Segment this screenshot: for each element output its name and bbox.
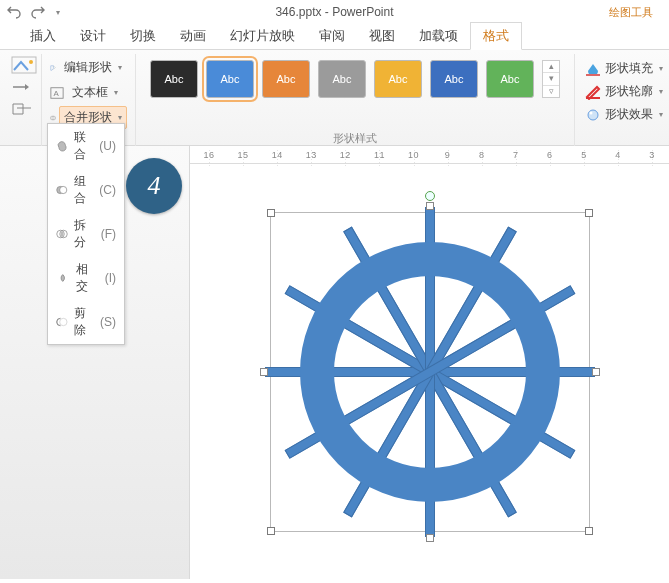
svg-point-14 <box>60 318 67 325</box>
window-title: 346.pptx - PowerPoint <box>60 5 609 19</box>
tab-insert[interactable]: 插入 <box>18 23 68 49</box>
style-gallery-scroll: ▴ ▾ ▿ <box>542 60 560 98</box>
fragment-icon <box>56 227 68 241</box>
rotation-handle[interactable] <box>425 191 435 201</box>
outline-icon <box>585 84 601 100</box>
title-app: PowerPoint <box>332 5 393 19</box>
merge-fragment-item[interactable]: 拆分(F) <box>48 212 124 256</box>
gallery-up-icon[interactable]: ▴ <box>543 61 559 73</box>
tab-addins[interactable]: 加载项 <box>407 23 470 49</box>
merge-union-item[interactable]: 联合(U) <box>48 124 124 168</box>
style-swatch-6[interactable]: Abc <box>430 60 478 98</box>
tab-format[interactable]: 格式 <box>470 22 522 50</box>
tab-animation[interactable]: 动画 <box>168 23 218 49</box>
horizontal-ruler: 161514131211109876543 <box>190 146 669 164</box>
redo-icon[interactable] <box>30 4 46 20</box>
spoke-handle[interactable] <box>592 368 600 376</box>
union-icon <box>56 139 68 153</box>
resize-handle[interactable] <box>267 527 275 535</box>
resize-handle[interactable] <box>585 527 593 535</box>
tab-slideshow[interactable]: 幻灯片放映 <box>218 23 307 49</box>
tab-design[interactable]: 设计 <box>68 23 118 49</box>
svg-rect-6 <box>586 74 600 76</box>
style-swatch-3[interactable]: Abc <box>262 60 310 98</box>
merge-intersect-item[interactable]: 相交(I) <box>48 256 124 300</box>
combine-icon <box>56 183 68 197</box>
style-swatch-5[interactable]: Abc <box>374 60 422 98</box>
svg-point-9 <box>590 111 593 114</box>
shape-thumb-icon[interactable] <box>11 100 37 118</box>
shape-outline-button[interactable]: 形状轮廓▾ <box>581 81 667 102</box>
merge-subtract-item[interactable]: 剪除(S) <box>48 300 124 344</box>
shape-effects-button[interactable]: 形状效果▾ <box>581 104 667 125</box>
svg-point-1 <box>29 60 33 64</box>
quick-access-toolbar: ▾ <box>6 4 60 20</box>
edit-shape-button[interactable]: 编辑形状▾ <box>59 56 127 79</box>
spoke-handle[interactable] <box>426 534 434 542</box>
svg-rect-7 <box>586 97 600 99</box>
chevron-down-icon: ▾ <box>659 64 663 73</box>
svg-point-11 <box>60 186 67 193</box>
title-bar: ▾ 346.pptx - PowerPoint 绘图工具 <box>0 0 669 24</box>
resize-handle[interactable] <box>585 209 593 217</box>
tab-view[interactable]: 视图 <box>357 23 407 49</box>
shape-thumb-icon[interactable] <box>11 56 37 74</box>
chevron-down-icon: ▾ <box>118 113 122 122</box>
gallery-down-icon[interactable]: ▾ <box>543 73 559 85</box>
wheel-shape[interactable] <box>300 242 560 502</box>
annotation-badge: 4 <box>126 158 182 214</box>
shapes-gallery-group <box>6 54 42 146</box>
tab-review[interactable]: 审阅 <box>307 23 357 49</box>
title-filename: 346.pptx <box>275 5 321 19</box>
style-swatch-4[interactable]: Abc <box>318 60 366 98</box>
merge-combine-item[interactable]: 组合(C) <box>48 168 124 212</box>
gallery-more-icon[interactable]: ▿ <box>543 86 559 97</box>
svg-point-8 <box>588 110 598 120</box>
chevron-down-icon: ▾ <box>659 87 663 96</box>
intersect-icon <box>56 271 70 285</box>
chevron-down-icon: ▾ <box>659 110 663 119</box>
shape-format-group: 形状填充▾ 形状轮廓▾ 形状效果▾ <box>575 54 669 146</box>
merge-shapes-menu: 联合(U) 组合(C) 拆分(F) 相交(I) 剪除(S) <box>47 123 125 345</box>
tab-transition[interactable]: 切换 <box>118 23 168 49</box>
style-swatch-2[interactable]: Abc <box>206 60 254 98</box>
ribbon-tabs: 插入 设计 切换 动画 幻灯片放映 审阅 视图 加载项 格式 <box>0 24 669 50</box>
shape-thumb-icon[interactable] <box>11 78 37 96</box>
canvas-area: 161514131211109876543 <box>190 146 669 579</box>
chevron-down-icon: ▾ <box>118 63 122 72</box>
spoke-handle[interactable] <box>426 202 434 210</box>
undo-icon[interactable] <box>6 4 22 20</box>
fill-icon <box>585 61 601 77</box>
shape-styles-label: 形状样式 <box>144 131 566 146</box>
resize-handle[interactable] <box>267 209 275 217</box>
shape-fill-button[interactable]: 形状填充▾ <box>581 58 667 79</box>
effects-icon <box>585 107 601 123</box>
style-swatch-7[interactable]: Abc <box>486 60 534 98</box>
chevron-down-icon: ▾ <box>114 88 118 97</box>
spoke-handle[interactable] <box>260 368 268 376</box>
text-box-button[interactable]: 文本框▾ <box>67 81 123 104</box>
context-tab-label: 绘图工具 <box>609 5 653 20</box>
style-swatch-1[interactable]: Abc <box>150 60 198 98</box>
edit-shape-icon <box>50 61 56 75</box>
shape-styles-group: Abc Abc Abc Abc Abc Abc Abc ▴ ▾ ▿ 形状样式 <box>136 54 575 146</box>
slide-canvas[interactable] <box>190 164 669 579</box>
subtract-icon <box>56 315 68 329</box>
textbox-icon: A <box>50 86 64 100</box>
ring <box>300 242 560 502</box>
svg-text:A: A <box>54 88 60 97</box>
